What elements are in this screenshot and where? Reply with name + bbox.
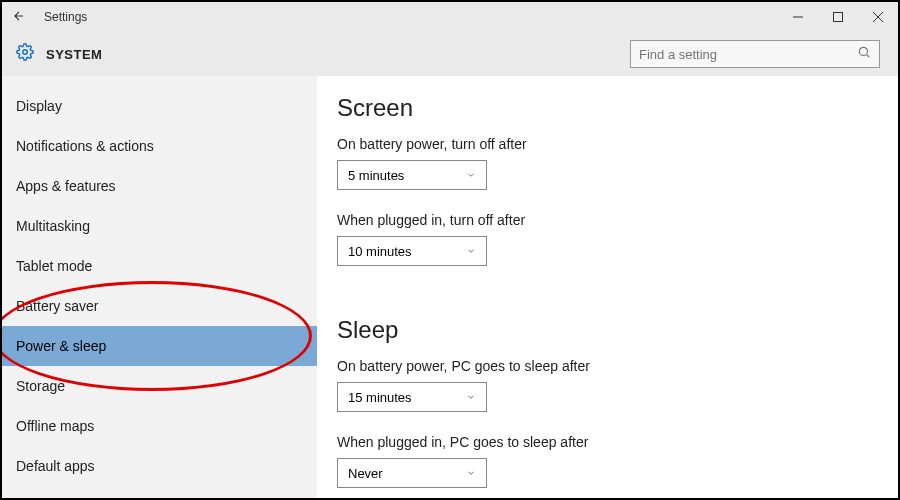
sidebar-item-label: Display [16, 98, 62, 114]
sidebar-item-label: Offline maps [16, 418, 94, 434]
search-box[interactable] [630, 40, 880, 68]
sidebar-item-notifications[interactable]: Notifications & actions [2, 126, 317, 166]
header-bar: SYSTEM [2, 32, 898, 76]
sidebar-item-label: Apps & features [16, 178, 116, 194]
sleep-plugged-label: When plugged in, PC goes to sleep after [337, 434, 878, 450]
sleep-heading: Sleep [337, 316, 878, 344]
sidebar-item-label: Power & sleep [16, 338, 106, 354]
dropdown-value: Never [348, 466, 383, 481]
svg-point-4 [23, 50, 28, 55]
dropdown-value: 5 minutes [348, 168, 404, 183]
sidebar-item-multitasking[interactable]: Multitasking [2, 206, 317, 246]
dropdown-value: 15 minutes [348, 390, 412, 405]
dropdown-value: 10 minutes [348, 244, 412, 259]
gear-icon [16, 43, 34, 65]
sidebar-item-label: Tablet mode [16, 258, 92, 274]
window-controls [778, 2, 898, 32]
chevron-down-icon [466, 466, 476, 481]
sidebar-item-offline-maps[interactable]: Offline maps [2, 406, 317, 446]
body: Display Notifications & actions Apps & f… [2, 76, 898, 498]
screen-battery-label: On battery power, turn off after [337, 136, 878, 152]
screen-battery-dropdown[interactable]: 5 minutes [337, 160, 487, 190]
sidebar-item-display[interactable]: Display [2, 86, 317, 126]
sidebar-item-label: Battery saver [16, 298, 98, 314]
sidebar-item-apps-features[interactable]: Apps & features [2, 166, 317, 206]
sleep-plugged-dropdown[interactable]: Never [337, 458, 487, 488]
close-button[interactable] [858, 2, 898, 32]
maximize-button[interactable] [818, 2, 858, 32]
sidebar-item-storage[interactable]: Storage [2, 366, 317, 406]
sidebar-item-power-sleep[interactable]: Power & sleep [2, 326, 317, 366]
screen-plugged-dropdown[interactable]: 10 minutes [337, 236, 487, 266]
titlebar: Settings [2, 2, 898, 32]
chevron-down-icon [466, 244, 476, 259]
sidebar-item-battery-saver[interactable]: Battery saver [2, 286, 317, 326]
svg-line-6 [867, 55, 870, 58]
sleep-battery-dropdown[interactable]: 15 minutes [337, 382, 487, 412]
search-input[interactable] [639, 47, 849, 62]
sidebar-item-label: Multitasking [16, 218, 90, 234]
content-panel: Screen On battery power, turn off after … [317, 76, 898, 498]
sleep-battery-label: On battery power, PC goes to sleep after [337, 358, 878, 374]
sidebar-item-default-apps[interactable]: Default apps [2, 446, 317, 486]
back-button[interactable] [12, 9, 26, 26]
screen-plugged-label: When plugged in, turn off after [337, 212, 878, 228]
svg-rect-1 [834, 13, 843, 22]
chevron-down-icon [466, 168, 476, 183]
section-title: SYSTEM [46, 47, 102, 62]
sidebar-item-label: Default apps [16, 458, 95, 474]
sidebar: Display Notifications & actions Apps & f… [2, 76, 317, 498]
search-icon [857, 45, 871, 63]
sidebar-item-tablet-mode[interactable]: Tablet mode [2, 246, 317, 286]
sidebar-item-label: Notifications & actions [16, 138, 154, 154]
svg-point-5 [859, 47, 867, 55]
chevron-down-icon [466, 390, 476, 405]
window-title: Settings [44, 10, 87, 24]
sidebar-item-label: Storage [16, 378, 65, 394]
settings-window: Settings SYSTEM [0, 0, 900, 500]
minimize-button[interactable] [778, 2, 818, 32]
screen-heading: Screen [337, 94, 878, 122]
